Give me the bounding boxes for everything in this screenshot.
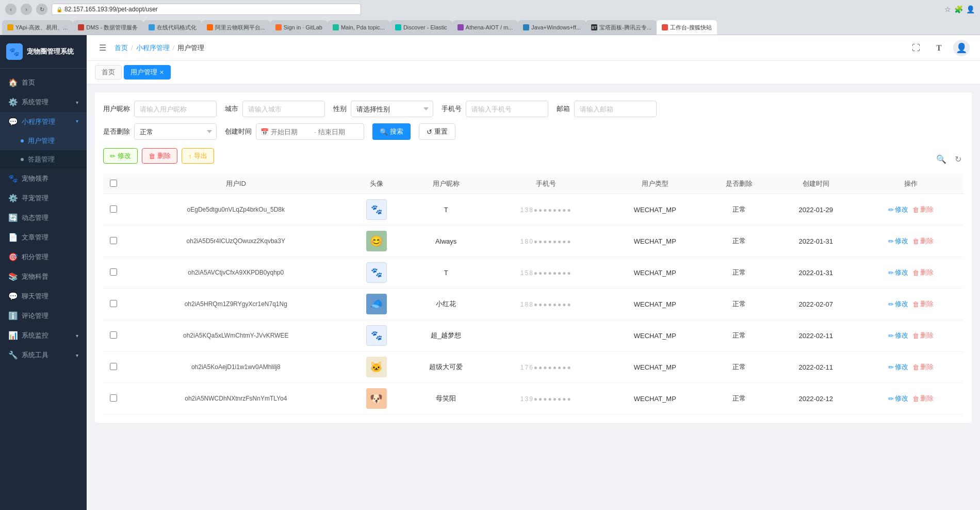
start-date-input[interactable] — [271, 128, 312, 136]
row-edit-button[interactable]: ✏修改 — [888, 394, 908, 403]
row-delete-button[interactable]: 🗑删除 — [912, 236, 934, 246]
tab-gitlab[interactable]: Sign in · GitLab — [270, 20, 328, 35]
search-button[interactable]: 🔍 搜索 — [372, 123, 411, 140]
tab-close-icon[interactable]: ✕ — [159, 69, 164, 76]
tab-yapi[interactable]: YApi-高效、易用、... — [2, 20, 73, 35]
tab-online-code[interactable]: 在线代码格式化 — [143, 20, 202, 35]
row-delete-button[interactable]: 🗑删除 — [912, 205, 934, 214]
table-row: oh2iA5D5r4ICUzQOwuxz2Kqvba3Y 😊 Always 18… — [103, 226, 963, 257]
url-bar[interactable]: 🔒 82.157.165.193:99/pet-adopt/user — [52, 4, 361, 15]
row-checkbox[interactable] — [110, 331, 117, 339]
row-delete-button[interactable]: 🗑删除 — [912, 331, 934, 340]
tab-baota[interactable]: BT 宝塔面板-腾讯云专... — [586, 20, 657, 35]
col-phone: 手机号 — [487, 174, 606, 194]
row-edit-button[interactable]: ✏修改 — [888, 236, 908, 246]
deleted-select[interactable]: 正常 已删除 — [134, 123, 217, 140]
row-delete-button[interactable]: 🗑删除 — [912, 362, 934, 372]
email-label: 邮箱 — [557, 104, 570, 114]
tab-home[interactable]: 首页 — [95, 65, 122, 79]
sidebar-item-home-label: 首页 — [22, 78, 35, 87]
row-delete-button[interactable]: 🗑删除 — [912, 299, 934, 309]
date-separator: - — [314, 128, 316, 136]
export-button[interactable]: ↑ 导出 — [182, 148, 214, 164]
sidebar-item-system-monitor[interactable]: 📊 系统监控 ▾ — [0, 326, 87, 345]
profile-icon[interactable]: 👤 — [966, 5, 975, 13]
row-created-at: 2022-02-11 — [774, 320, 858, 352]
table-search-icon[interactable]: 🔍 — [934, 152, 949, 166]
forward-button[interactable]: › — [21, 4, 32, 15]
breadcrumb-home[interactable]: 首页 — [115, 43, 128, 53]
row-checkbox[interactable] — [110, 300, 117, 307]
tab-athena[interactable]: Athena-AIOT / m... — [452, 20, 518, 35]
tab-aliyun[interactable]: 阿里云物联网平台... — [202, 20, 270, 35]
row-checkbox[interactable] — [110, 394, 117, 402]
expand-button[interactable]: ⛶ — [908, 40, 924, 56]
end-date-input[interactable] — [318, 128, 360, 136]
sidebar-item-dynamic[interactable]: 🔄 动态管理 — [0, 208, 87, 228]
font-size-button[interactable]: 𝐓 — [930, 40, 947, 56]
tab-user-manage-label: 用户管理 — [130, 68, 157, 77]
row-user-type: WECHAT_MP — [605, 226, 705, 257]
refresh-button[interactable]: ↻ — [36, 4, 47, 15]
city-input[interactable] — [242, 101, 325, 117]
sidebar-item-lost-pet[interactable]: ⚙️ 寻宠管理 — [0, 188, 87, 208]
row-delete-button[interactable]: 🗑删除 — [912, 394, 934, 403]
tab-dms[interactable]: DMS - 数据管理服务 — [73, 20, 143, 35]
sidebar-item-quiz-manage[interactable]: 答题管理 — [0, 150, 87, 169]
tab-java[interactable]: Java+Windows+ff... — [518, 20, 586, 35]
tab-discover-elastic[interactable]: Discover - Elastic — [390, 20, 452, 35]
gender-select[interactable]: 请选择性别 男 女 — [351, 101, 433, 117]
row-checkbox[interactable] — [110, 237, 117, 244]
page-tabs: 首页 用户管理 ✕ — [87, 61, 980, 84]
row-edit-button[interactable]: ✏修改 — [888, 205, 908, 214]
sidebar-item-pet-science[interactable]: 📚 宠物科普 — [0, 267, 87, 286]
row-checkbox[interactable] — [110, 268, 117, 276]
back-button[interactable]: ‹ — [5, 4, 17, 15]
phone-blurred: 176●●●●●●●● — [520, 364, 572, 371]
sidebar-item-mini-program[interactable]: 💬 小程序管理 ▴ — [0, 112, 87, 132]
phone-blurred: 180●●●●●●●● — [520, 238, 572, 245]
row-delete-button[interactable]: 🗑删除 — [912, 268, 934, 277]
star-icon[interactable]: ☆ — [944, 5, 951, 13]
batch-delete-button[interactable]: 🗑 删除 — [142, 148, 177, 164]
extension-icon[interactable]: 🧩 — [954, 5, 963, 13]
row-user-type: WECHAT_MP — [605, 289, 705, 320]
batch-edit-button[interactable]: ✏ 修改 — [103, 148, 138, 164]
content-panel: 用户昵称 城市 性别 请选择性别 男 女 — [95, 92, 972, 423]
select-all-checkbox[interactable] — [110, 180, 117, 187]
date-range-picker[interactable]: 📅 - — [256, 123, 364, 140]
sidebar-item-pet-care[interactable]: 🐾 宠物领养 — [0, 169, 87, 188]
breadcrumb-mini-program[interactable]: 小程序管理 — [136, 43, 170, 53]
email-input[interactable] — [574, 101, 657, 117]
row-edit-button[interactable]: ✏修改 — [888, 331, 908, 340]
tab-main-pda[interactable]: Main, Pda topic... — [328, 20, 390, 35]
sidebar-item-home[interactable]: 🏠 首页 — [0, 73, 87, 92]
row-actions: ✏修改 🗑删除 — [858, 226, 963, 257]
sidebar-item-user-manage[interactable]: 用户管理 — [0, 132, 87, 150]
sidebar-logo: 🐾 宠物圈管理系统 — [0, 35, 87, 69]
sidebar-item-article-label: 文章管理 — [22, 233, 48, 242]
sidebar-item-chat[interactable]: 💬 聊天管理 — [0, 286, 87, 306]
row-edit-button[interactable]: ✏修改 — [888, 268, 908, 277]
table-refresh-icon[interactable]: ↻ — [953, 152, 963, 166]
tab-gongzuotai[interactable]: 工作台-搜狐快站 — [657, 20, 717, 35]
sidebar-item-comment[interactable]: ℹ️ 评论管理 — [0, 306, 87, 326]
user-avatar-button[interactable]: 👤 — [953, 40, 970, 56]
sidebar-item-article[interactable]: 📄 文章管理 — [0, 228, 87, 247]
edit-pencil-icon: ✏ — [888, 395, 894, 403]
tab-user-manage[interactable]: 用户管理 ✕ — [124, 65, 171, 79]
reset-button[interactable]: ↺ 重置 — [419, 123, 455, 140]
sidebar-item-points[interactable]: 🎯 积分管理 — [0, 247, 87, 267]
row-checkbox[interactable] — [110, 205, 117, 213]
phone-input[interactable] — [466, 101, 548, 117]
tools-icon: 🔧 — [8, 350, 18, 360]
mini-program-submenu: 用户管理 答题管理 — [0, 132, 87, 169]
row-edit-button[interactable]: ✏修改 — [888, 299, 908, 309]
sidebar-item-system[interactable]: ⚙️ 系统管理 ▾ — [0, 92, 87, 112]
hamburger-button[interactable]: ☰ — [97, 41, 108, 55]
sidebar-item-system-tools[interactable]: 🔧 系统工具 ▾ — [0, 345, 87, 365]
row-edit-button[interactable]: ✏修改 — [888, 362, 908, 372]
row-checkbox[interactable] — [110, 363, 117, 370]
phone-blurred: 139●●●●●●●● — [520, 395, 572, 403]
nickname-input[interactable] — [134, 101, 217, 117]
